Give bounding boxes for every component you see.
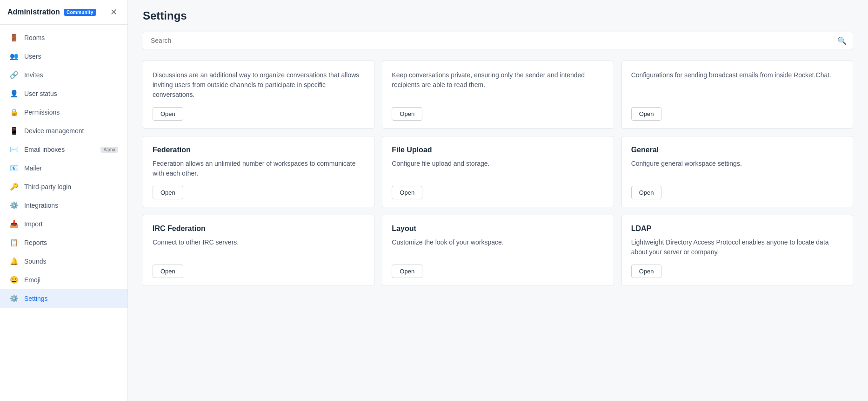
page-header: Settings 🔍 xyxy=(128,0,868,61)
card-open-btn-layout[interactable]: Open xyxy=(392,265,422,278)
admin-title: Administration xyxy=(7,8,60,16)
card-desc-discussions: Discussions are an additional way to org… xyxy=(153,70,365,100)
card-ldap: LDAPLightweight Directory Access Protoco… xyxy=(621,215,853,286)
third-party-login-icon: 🔑 xyxy=(9,182,19,191)
card-desc-federation: Federation allows an unlimited number of… xyxy=(153,159,365,178)
community-badge: Community xyxy=(64,9,96,16)
sidebar-item-label-settings: Settings xyxy=(24,295,48,302)
sidebar-item-users[interactable]: 👥Users xyxy=(0,47,127,66)
sidebar-badge-email-inboxes: Alpha xyxy=(100,147,118,153)
sidebar-item-import[interactable]: 📥Import xyxy=(0,215,127,233)
close-button[interactable]: ✕ xyxy=(107,6,120,19)
sidebar-nav: 🚪Rooms👥Users🔗Invites👤User status🔒Permiss… xyxy=(0,25,127,312)
sidebar-item-label-device-management: Device management xyxy=(24,127,84,135)
card-open-btn-email[interactable]: Open xyxy=(631,107,662,121)
sidebar-item-third-party-login[interactable]: 🔑Third-party login xyxy=(0,177,127,196)
card-open-btn-ldap[interactable]: Open xyxy=(631,265,662,278)
card-general: GeneralConfigure general workspace setti… xyxy=(621,136,853,207)
sidebar-item-label-integrations: Integrations xyxy=(24,202,58,209)
sidebar-item-label-mailer: Mailer xyxy=(24,164,42,172)
sidebar-item-integrations[interactable]: ⚙️Integrations xyxy=(0,196,127,215)
card-open-btn-discussions[interactable]: Open xyxy=(153,107,183,121)
sidebar-item-label-import: Import xyxy=(24,220,43,228)
card-title-irc-federation: IRC Federation xyxy=(153,224,365,233)
sidebar-header: Administration Community ✕ xyxy=(0,0,127,25)
user-status-icon: 👤 xyxy=(9,89,19,98)
card-open-btn-irc-federation[interactable]: Open xyxy=(153,265,183,278)
card-desc-irc-federation: Connect to other IRC servers. xyxy=(153,238,365,257)
card-layout: LayoutCustomize the look of your workspa… xyxy=(382,215,614,286)
sidebar-item-emoji[interactable]: 😀Emoji xyxy=(0,271,127,289)
card-desc-e2e-encryption: Keep conversations private, ensuring onl… xyxy=(392,70,604,100)
search-input[interactable] xyxy=(143,32,853,49)
card-open-btn-federation[interactable]: Open xyxy=(153,186,183,199)
sidebar-item-label-reports: Reports xyxy=(24,239,47,246)
card-desc-ldap: Lightweight Directory Access Protocol en… xyxy=(631,238,843,257)
card-open-btn-general[interactable]: Open xyxy=(631,186,662,199)
permissions-icon: 🔒 xyxy=(9,108,19,117)
sidebar-item-device-management[interactable]: 📱Device management xyxy=(0,122,127,140)
sounds-icon: 🔔 xyxy=(9,257,19,266)
invites-icon: 🔗 xyxy=(9,70,19,80)
card-title-federation: Federation xyxy=(153,146,365,154)
card-open-btn-file-upload[interactable]: Open xyxy=(392,186,422,199)
card-desc-email: Configurations for sending broadcast ema… xyxy=(631,70,843,100)
cards-grid: Discussions are an additional way to org… xyxy=(143,61,853,286)
card-e2e-encryption: Keep conversations private, ensuring onl… xyxy=(382,61,614,129)
integrations-icon: ⚙️ xyxy=(9,201,19,210)
search-bar: 🔍 xyxy=(143,32,853,49)
sidebar-item-label-email-inboxes: Email inboxes xyxy=(24,146,65,153)
sidebar-item-reports[interactable]: 📋Reports xyxy=(0,233,127,252)
card-desc-layout: Customize the look of your workspace. xyxy=(392,238,604,257)
reports-icon: 📋 xyxy=(9,238,19,247)
sidebar: Administration Community ✕ 🚪Rooms👥Users🔗… xyxy=(0,0,128,401)
card-file-upload: File UploadConfigure file upload and sto… xyxy=(382,136,614,207)
card-email: Configurations for sending broadcast ema… xyxy=(621,61,853,129)
card-desc-file-upload: Configure file upload and storage. xyxy=(392,159,604,178)
sidebar-item-rooms[interactable]: 🚪Rooms xyxy=(0,28,127,47)
sidebar-item-user-status[interactable]: 👤User status xyxy=(0,84,127,103)
card-desc-general: Configure general workspace settings. xyxy=(631,159,843,178)
sidebar-item-email-inboxes[interactable]: ✉️Email inboxesAlpha xyxy=(0,140,127,159)
emoji-icon: 😀 xyxy=(9,275,19,285)
email-inboxes-icon: ✉️ xyxy=(9,145,19,154)
search-icon: 🔍 xyxy=(837,36,847,45)
cards-area: Discussions are an additional way to org… xyxy=(128,61,868,401)
card-federation: FederationFederation allows an unlimited… xyxy=(143,136,374,207)
sidebar-item-permissions[interactable]: 🔒Permissions xyxy=(0,103,127,122)
users-icon: 👥 xyxy=(9,52,19,61)
device-management-icon: 📱 xyxy=(9,126,19,136)
card-open-btn-e2e-encryption[interactable]: Open xyxy=(392,107,422,121)
page-title: Settings xyxy=(143,9,853,22)
sidebar-item-settings[interactable]: ⚙️Settings xyxy=(0,289,127,308)
sidebar-item-label-emoji: Emoji xyxy=(24,276,40,284)
sidebar-item-label-permissions: Permissions xyxy=(24,109,60,116)
settings-icon: ⚙️ xyxy=(9,294,19,303)
sidebar-item-label-invites: Invites xyxy=(24,71,43,79)
card-title-general: General xyxy=(631,146,843,154)
import-icon: 📥 xyxy=(9,219,19,229)
card-title-ldap: LDAP xyxy=(631,224,843,233)
sidebar-item-label-sounds: Sounds xyxy=(24,258,46,265)
rooms-icon: 🚪 xyxy=(9,33,19,42)
sidebar-item-sounds[interactable]: 🔔Sounds xyxy=(0,252,127,271)
sidebar-item-label-users: Users xyxy=(24,53,41,60)
sidebar-item-invites[interactable]: 🔗Invites xyxy=(0,66,127,84)
card-title-layout: Layout xyxy=(392,224,604,233)
sidebar-item-label-third-party-login: Third-party login xyxy=(24,183,71,190)
card-discussions: Discussions are an additional way to org… xyxy=(143,61,374,129)
sidebar-item-label-user-status: User status xyxy=(24,90,57,97)
sidebar-item-mailer[interactable]: 📧Mailer xyxy=(0,159,127,177)
main-content: Settings 🔍 Discussions are an additional… xyxy=(128,0,868,401)
mailer-icon: 📧 xyxy=(9,163,19,173)
card-title-file-upload: File Upload xyxy=(392,146,604,154)
sidebar-item-label-rooms: Rooms xyxy=(24,34,45,41)
card-irc-federation: IRC FederationConnect to other IRC serve… xyxy=(143,215,374,286)
